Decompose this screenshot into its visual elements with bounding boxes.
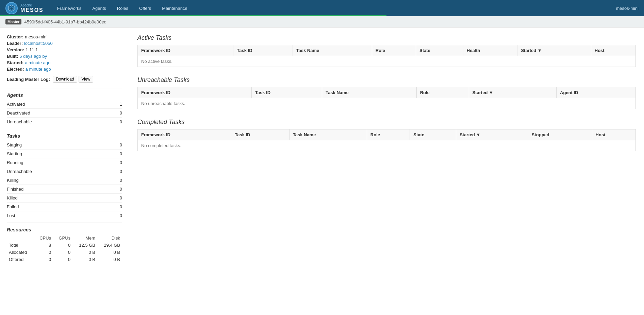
completed-tasks-header: Framework ID Task ID Task Name Role Stat…: [138, 129, 636, 140]
active-tasks-title: Active Tasks: [137, 34, 636, 41]
nav-maintenance[interactable]: Maintenance: [156, 0, 193, 16]
active-th-host[interactable]: Host: [591, 45, 635, 56]
nav-roles[interactable]: Roles: [112, 0, 134, 16]
stat-killing-label: Killing: [7, 178, 19, 183]
stat-staging-value: 0: [112, 142, 122, 147]
active-th-health[interactable]: Health: [463, 45, 517, 56]
leading-master-log-label: Leading Master Log:: [7, 77, 50, 82]
completed-th-framework-id[interactable]: Framework ID: [138, 129, 231, 140]
active-tasks-header: Framework ID Task ID Task Name Role Stat…: [138, 45, 636, 56]
completed-tasks-title: Completed Tasks: [137, 119, 636, 126]
leading-master-log: Leading Master Log: Download View: [7, 76, 122, 83]
stat-unreachable-tasks: Unreachable 0: [7, 167, 122, 176]
started-label: Started:: [7, 60, 23, 65]
resources-offered-gpus: 0: [53, 256, 72, 263]
resources-allocated-cpus: 0: [34, 249, 53, 256]
stat-running: Running 0: [7, 158, 122, 167]
unreachable-tasks-header: Framework ID Task ID Task Name Role Star…: [138, 87, 636, 98]
tasks-title: Tasks: [7, 133, 122, 139]
resources-offered-label: Offered: [7, 256, 34, 263]
stat-activated-value: 1: [112, 102, 122, 107]
leader-label: Leader:: [7, 41, 23, 46]
cluster-info: Cluster: mesos-mini Leader: localhost:50…: [7, 34, 122, 72]
resources-th-mem: Mem: [72, 234, 97, 242]
resources-offered-mem: 0 B: [72, 256, 97, 263]
leader-value: localhost:5050: [24, 41, 53, 46]
elected-label: Elected:: [7, 67, 24, 72]
unreachable-th-agent-id[interactable]: Agent ID: [557, 87, 636, 98]
completed-th-state[interactable]: State: [410, 129, 456, 140]
active-th-task-name[interactable]: Task Name: [293, 45, 372, 56]
stat-failed-label: Failed: [7, 204, 19, 209]
active-tasks-section: Active Tasks Framework ID Task ID Task N…: [137, 34, 636, 67]
cluster-label: Cluster:: [7, 34, 23, 39]
download-button[interactable]: Download: [53, 76, 77, 83]
resources-title: Resources: [7, 227, 122, 232]
logo-icon: [5, 2, 18, 14]
stat-unreachable-agents-label: Unreachable: [7, 119, 32, 124]
built-link[interactable]: 6 days ago by: [19, 54, 47, 59]
resources-th-disk: Disk: [97, 234, 122, 242]
unreachable-th-role[interactable]: Role: [416, 87, 469, 98]
breadcrumb: Master 4590f5dd-f405-44b1-91b7-bb424b9e0…: [0, 16, 644, 28]
active-th-task-id[interactable]: Task ID: [233, 45, 293, 56]
resources-allocated-gpus: 0: [53, 249, 72, 256]
nav-links: Frameworks Agents Roles Offers Maintenan…: [52, 0, 193, 16]
completed-th-task-name[interactable]: Task Name: [289, 129, 367, 140]
completed-th-host[interactable]: Host: [592, 129, 635, 140]
active-tasks-table: Framework ID Task ID Task Name Role Stat…: [137, 45, 636, 67]
agents-title: Agents: [7, 92, 122, 98]
unreachable-tasks-empty-message: No unreachable tasks.: [138, 98, 636, 109]
nav-offers[interactable]: Offers: [134, 0, 156, 16]
stat-killed: Killed 0: [7, 194, 122, 203]
master-badge: Master: [5, 19, 21, 24]
unreachable-tasks-title: Unreachable Tasks: [137, 76, 636, 84]
unreachable-tasks-empty: No unreachable tasks.: [138, 98, 636, 109]
started-link[interactable]: a minute ago: [25, 60, 50, 65]
resources-total-disk: 29.4 GB: [97, 242, 122, 249]
stat-unreachable-agents: Unreachable 0: [7, 118, 122, 126]
stat-staging-label: Staging: [7, 142, 22, 147]
nav-frameworks[interactable]: Frameworks: [52, 0, 87, 16]
stat-running-label: Running: [7, 160, 23, 165]
resources-th-label: [7, 234, 34, 242]
completed-th-started[interactable]: Started ▼: [456, 129, 528, 140]
stat-lost: Lost 0: [7, 211, 122, 220]
stat-killed-value: 0: [112, 195, 122, 200]
nav-agents[interactable]: Agents: [87, 0, 111, 16]
completed-th-stopped[interactable]: Stopped: [528, 129, 592, 140]
resources-total-label: Total: [7, 242, 34, 249]
stat-finished-value: 0: [112, 187, 122, 192]
stat-finished-label: Finished: [7, 187, 23, 192]
view-button[interactable]: View: [79, 76, 94, 83]
unreachable-th-task-id[interactable]: Task ID: [251, 87, 322, 98]
active-tasks-empty: No active tasks.: [138, 56, 636, 67]
version-label: Version:: [7, 47, 24, 52]
resources-th-cpus: CPUs: [34, 234, 53, 242]
stat-killed-label: Killed: [7, 195, 18, 200]
completed-th-task-id[interactable]: Task ID: [231, 129, 290, 140]
resources-allocated-disk: 0 B: [97, 249, 122, 256]
resources-allocated-label: Allocated: [7, 249, 34, 256]
completed-th-role[interactable]: Role: [367, 129, 410, 140]
breadcrumb-id: 4590f5dd-f405-44b1-91b7-bb424b9e00ed: [24, 19, 106, 24]
unreachable-th-task-name[interactable]: Task Name: [322, 87, 417, 98]
elected-link[interactable]: a minute ago: [26, 67, 51, 72]
active-th-started[interactable]: Started ▼: [517, 45, 591, 56]
unreachable-th-started[interactable]: Started ▼: [469, 87, 556, 98]
tasks-stats: Staging 0 Starting 0 Running 0 Unreachab…: [7, 141, 122, 220]
resources-total-gpus: 0: [53, 242, 72, 249]
resources-total-cpus: 8: [34, 242, 53, 249]
stat-lost-value: 0: [112, 213, 122, 218]
elected-value: a minute ago: [26, 67, 51, 72]
stat-activated: Activated 1: [7, 100, 122, 109]
unreachable-th-framework-id[interactable]: Framework ID: [138, 87, 252, 98]
completed-tasks-empty-message: No completed tasks.: [138, 140, 636, 151]
leader-link[interactable]: localhost:5050: [24, 41, 53, 46]
stat-staging: Staging 0: [7, 141, 122, 150]
active-th-role[interactable]: Role: [372, 45, 416, 56]
active-th-framework-id[interactable]: Framework ID: [138, 45, 233, 56]
sidebar: Cluster: mesos-mini Leader: localhost:50…: [0, 28, 129, 315]
active-th-state[interactable]: State: [416, 45, 463, 56]
resources-total-mem: 12.5 GB: [72, 242, 97, 249]
